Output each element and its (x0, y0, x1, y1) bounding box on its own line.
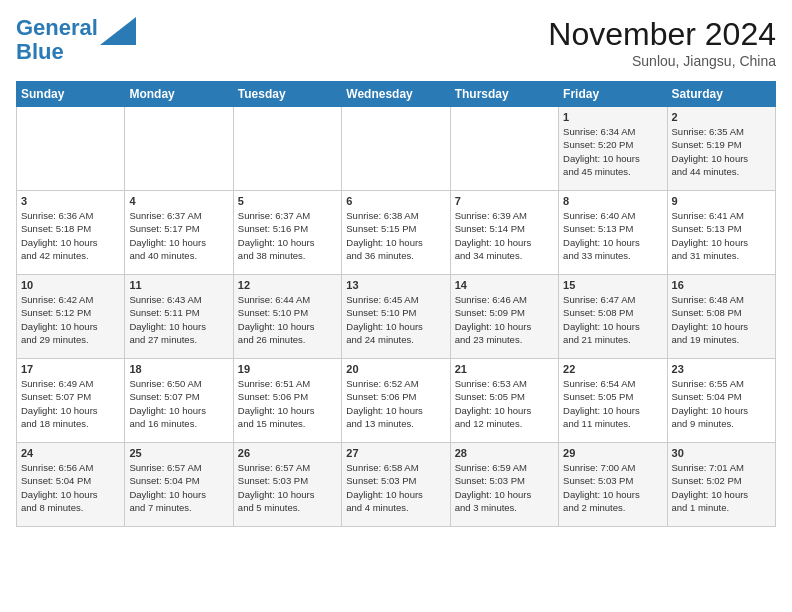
svg-marker-0 (100, 17, 136, 45)
calendar-cell: 6Sunrise: 6:38 AM Sunset: 5:15 PM Daylig… (342, 191, 450, 275)
calendar-cell: 5Sunrise: 6:37 AM Sunset: 5:16 PM Daylig… (233, 191, 341, 275)
calendar-cell: 3Sunrise: 6:36 AM Sunset: 5:18 PM Daylig… (17, 191, 125, 275)
cell-content: Sunrise: 6:58 AM Sunset: 5:03 PM Dayligh… (346, 461, 445, 514)
location: Sunlou, Jiangsu, China (548, 53, 776, 69)
calendar-cell (450, 107, 558, 191)
day-number: 12 (238, 279, 337, 291)
weekday-header-sunday: Sunday (17, 82, 125, 107)
weekday-header-wednesday: Wednesday (342, 82, 450, 107)
cell-content: Sunrise: 6:44 AM Sunset: 5:10 PM Dayligh… (238, 293, 337, 346)
day-number: 3 (21, 195, 120, 207)
day-number: 29 (563, 447, 662, 459)
calendar-cell: 24Sunrise: 6:56 AM Sunset: 5:04 PM Dayli… (17, 443, 125, 527)
day-number: 15 (563, 279, 662, 291)
cell-content: Sunrise: 6:34 AM Sunset: 5:20 PM Dayligh… (563, 125, 662, 178)
day-number: 19 (238, 363, 337, 375)
day-number: 4 (129, 195, 228, 207)
cell-content: Sunrise: 6:57 AM Sunset: 5:04 PM Dayligh… (129, 461, 228, 514)
calendar-cell: 17Sunrise: 6:49 AM Sunset: 5:07 PM Dayli… (17, 359, 125, 443)
month-title: November 2024 (548, 16, 776, 53)
cell-content: Sunrise: 7:01 AM Sunset: 5:02 PM Dayligh… (672, 461, 771, 514)
day-number: 24 (21, 447, 120, 459)
logo-icon (100, 17, 136, 45)
calendar-cell: 16Sunrise: 6:48 AM Sunset: 5:08 PM Dayli… (667, 275, 775, 359)
day-number: 2 (672, 111, 771, 123)
cell-content: Sunrise: 6:57 AM Sunset: 5:03 PM Dayligh… (238, 461, 337, 514)
calendar-cell: 10Sunrise: 6:42 AM Sunset: 5:12 PM Dayli… (17, 275, 125, 359)
day-number: 6 (346, 195, 445, 207)
logo-text: GeneralBlue (16, 16, 98, 64)
day-number: 7 (455, 195, 554, 207)
day-number: 25 (129, 447, 228, 459)
calendar-cell: 26Sunrise: 6:57 AM Sunset: 5:03 PM Dayli… (233, 443, 341, 527)
cell-content: Sunrise: 6:38 AM Sunset: 5:15 PM Dayligh… (346, 209, 445, 262)
day-number: 13 (346, 279, 445, 291)
cell-content: Sunrise: 6:43 AM Sunset: 5:11 PM Dayligh… (129, 293, 228, 346)
weekday-header-friday: Friday (559, 82, 667, 107)
day-number: 8 (563, 195, 662, 207)
day-number: 17 (21, 363, 120, 375)
calendar-cell: 1Sunrise: 6:34 AM Sunset: 5:20 PM Daylig… (559, 107, 667, 191)
weekday-header-saturday: Saturday (667, 82, 775, 107)
calendar-cell (17, 107, 125, 191)
cell-content: Sunrise: 6:48 AM Sunset: 5:08 PM Dayligh… (672, 293, 771, 346)
calendar-cell: 18Sunrise: 6:50 AM Sunset: 5:07 PM Dayli… (125, 359, 233, 443)
day-number: 26 (238, 447, 337, 459)
weekday-header-tuesday: Tuesday (233, 82, 341, 107)
cell-content: Sunrise: 6:37 AM Sunset: 5:16 PM Dayligh… (238, 209, 337, 262)
cell-content: Sunrise: 6:56 AM Sunset: 5:04 PM Dayligh… (21, 461, 120, 514)
cell-content: Sunrise: 6:49 AM Sunset: 5:07 PM Dayligh… (21, 377, 120, 430)
day-number: 16 (672, 279, 771, 291)
cell-content: Sunrise: 6:47 AM Sunset: 5:08 PM Dayligh… (563, 293, 662, 346)
cell-content: Sunrise: 6:54 AM Sunset: 5:05 PM Dayligh… (563, 377, 662, 430)
day-number: 14 (455, 279, 554, 291)
day-number: 10 (21, 279, 120, 291)
cell-content: Sunrise: 7:00 AM Sunset: 5:03 PM Dayligh… (563, 461, 662, 514)
cell-content: Sunrise: 6:42 AM Sunset: 5:12 PM Dayligh… (21, 293, 120, 346)
cell-content: Sunrise: 6:55 AM Sunset: 5:04 PM Dayligh… (672, 377, 771, 430)
cell-content: Sunrise: 6:37 AM Sunset: 5:17 PM Dayligh… (129, 209, 228, 262)
day-number: 27 (346, 447, 445, 459)
cell-content: Sunrise: 6:46 AM Sunset: 5:09 PM Dayligh… (455, 293, 554, 346)
cell-content: Sunrise: 6:40 AM Sunset: 5:13 PM Dayligh… (563, 209, 662, 262)
calendar-cell: 15Sunrise: 6:47 AM Sunset: 5:08 PM Dayli… (559, 275, 667, 359)
day-number: 9 (672, 195, 771, 207)
day-number: 20 (346, 363, 445, 375)
calendar-cell: 20Sunrise: 6:52 AM Sunset: 5:06 PM Dayli… (342, 359, 450, 443)
logo: GeneralBlue (16, 16, 136, 64)
calendar-cell: 14Sunrise: 6:46 AM Sunset: 5:09 PM Dayli… (450, 275, 558, 359)
page-header: GeneralBlue November 2024 Sunlou, Jiangs… (16, 16, 776, 69)
calendar-cell: 19Sunrise: 6:51 AM Sunset: 5:06 PM Dayli… (233, 359, 341, 443)
cell-content: Sunrise: 6:59 AM Sunset: 5:03 PM Dayligh… (455, 461, 554, 514)
calendar-table: SundayMondayTuesdayWednesdayThursdayFrid… (16, 81, 776, 527)
weekday-header-monday: Monday (125, 82, 233, 107)
calendar-cell: 8Sunrise: 6:40 AM Sunset: 5:13 PM Daylig… (559, 191, 667, 275)
calendar-cell (233, 107, 341, 191)
calendar-cell: 21Sunrise: 6:53 AM Sunset: 5:05 PM Dayli… (450, 359, 558, 443)
day-number: 1 (563, 111, 662, 123)
weekday-header-thursday: Thursday (450, 82, 558, 107)
calendar-cell: 9Sunrise: 6:41 AM Sunset: 5:13 PM Daylig… (667, 191, 775, 275)
cell-content: Sunrise: 6:50 AM Sunset: 5:07 PM Dayligh… (129, 377, 228, 430)
calendar-cell: 2Sunrise: 6:35 AM Sunset: 5:19 PM Daylig… (667, 107, 775, 191)
day-number: 18 (129, 363, 228, 375)
calendar-cell (342, 107, 450, 191)
calendar-cell: 30Sunrise: 7:01 AM Sunset: 5:02 PM Dayli… (667, 443, 775, 527)
calendar-cell: 7Sunrise: 6:39 AM Sunset: 5:14 PM Daylig… (450, 191, 558, 275)
day-number: 11 (129, 279, 228, 291)
cell-content: Sunrise: 6:52 AM Sunset: 5:06 PM Dayligh… (346, 377, 445, 430)
calendar-cell: 28Sunrise: 6:59 AM Sunset: 5:03 PM Dayli… (450, 443, 558, 527)
cell-content: Sunrise: 6:39 AM Sunset: 5:14 PM Dayligh… (455, 209, 554, 262)
calendar-cell: 12Sunrise: 6:44 AM Sunset: 5:10 PM Dayli… (233, 275, 341, 359)
day-number: 22 (563, 363, 662, 375)
day-number: 28 (455, 447, 554, 459)
title-block: November 2024 Sunlou, Jiangsu, China (548, 16, 776, 69)
cell-content: Sunrise: 6:45 AM Sunset: 5:10 PM Dayligh… (346, 293, 445, 346)
cell-content: Sunrise: 6:51 AM Sunset: 5:06 PM Dayligh… (238, 377, 337, 430)
calendar-cell: 25Sunrise: 6:57 AM Sunset: 5:04 PM Dayli… (125, 443, 233, 527)
calendar-cell (125, 107, 233, 191)
cell-content: Sunrise: 6:36 AM Sunset: 5:18 PM Dayligh… (21, 209, 120, 262)
day-number: 21 (455, 363, 554, 375)
calendar-cell: 13Sunrise: 6:45 AM Sunset: 5:10 PM Dayli… (342, 275, 450, 359)
calendar-cell: 22Sunrise: 6:54 AM Sunset: 5:05 PM Dayli… (559, 359, 667, 443)
